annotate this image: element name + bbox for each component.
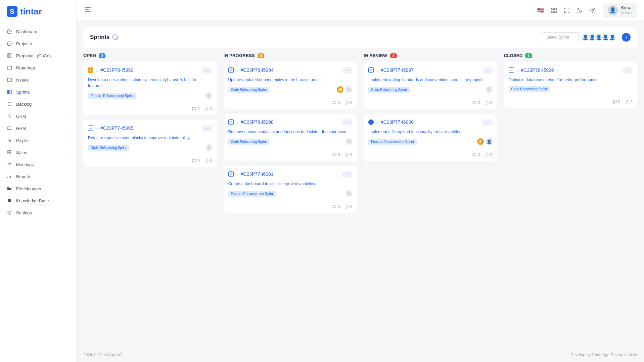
comments-count: 0	[332, 153, 340, 157]
info-icon[interactable]: i	[112, 35, 118, 40]
assignee-avatar[interactable]: 👤	[486, 138, 493, 145]
column-count-badge: 2	[390, 53, 397, 58]
svg-rect-20	[192, 107, 196, 110]
assignee-placeholder[interactable]: +	[486, 86, 493, 93]
svg-rect-21	[192, 159, 196, 162]
card-description: Optimize database queries for better per…	[509, 77, 633, 83]
svg-rect-24	[333, 205, 336, 208]
sidebar-item-reports[interactable]: Reports	[0, 170, 76, 183]
task-type-icon: ✓	[228, 67, 234, 73]
card-tag: Code Refactoring Sprint	[228, 139, 270, 145]
logo[interactable]: S tintar	[0, 0, 76, 23]
card-description: Refactor repetitive code blocks to impro…	[88, 135, 212, 141]
attachments-count: 0	[344, 153, 352, 157]
sprint-card[interactable]: ✓⌄#C23P78-I5998⋯Remove unused variables …	[224, 114, 357, 161]
sidebar-item-label: Issues	[16, 77, 29, 83]
chevron-right-icon: ›	[68, 151, 70, 154]
svg-rect-26	[473, 153, 476, 156]
attachments-count: 0	[625, 100, 633, 104]
card-menu-button[interactable]: ⋯	[623, 67, 633, 73]
sprint-card[interactable]: ✓⌄#C23P78-I5996⋯Optimize database querie…	[504, 62, 638, 108]
assignee-placeholder[interactable]: +	[346, 190, 352, 197]
settings-icon	[7, 210, 12, 215]
settings-icon[interactable]	[590, 7, 596, 13]
svg-point-10	[9, 140, 11, 142]
sidebar-item-proposals-coco-[interactable]: Proposals (CoCo)	[0, 50, 76, 62]
arrow-up-icon: ↑	[368, 119, 374, 125]
sprint-card[interactable]: ↑⌄#C23P77-I6000⋯Implement a file upload …	[364, 114, 497, 161]
comments-count: 0	[472, 101, 480, 105]
p-icon: P	[7, 41, 12, 46]
avatar: 👤	[608, 5, 618, 15]
sidebar-item-knowledge-base[interactable]: Knowledge Base	[0, 195, 76, 207]
card-menu-button[interactable]: ⋯	[202, 125, 212, 132]
svg-rect-22	[333, 101, 336, 104]
add-member-button[interactable]: +	[622, 33, 631, 42]
sidebar-item-projects[interactable]: PProjects	[0, 38, 76, 50]
svg-point-14	[9, 212, 10, 213]
attachments-count: 0	[485, 101, 493, 105]
sidebar-item-dashboard[interactable]: Dashboard	[0, 25, 76, 38]
sidebar-item-file-manager[interactable]: File Manager	[0, 183, 76, 195]
member-avatar[interactable]: 👤	[608, 33, 616, 42]
column-closed: CLOSED1✓⌄#C23P78-I5996⋯Optimize database…	[504, 53, 638, 218]
sidebar-item-issues[interactable]: Issues	[0, 74, 76, 86]
sidebar-item-meetings[interactable]: Meetings	[0, 158, 76, 170]
sidebar-item-roadmap[interactable]: Roadmap	[0, 62, 76, 74]
sidebar-item-settings[interactable]: Settings	[0, 207, 76, 219]
card-tag: Code Refactoring Sprint	[368, 87, 410, 93]
gauge-icon	[7, 29, 12, 34]
sprint-select[interactable]: Select Sprint	[542, 32, 579, 42]
assignee-placeholder[interactable]: +	[346, 138, 352, 145]
sidebar-item-hrm[interactable]: HRM›	[0, 122, 76, 134]
fullscreen-icon[interactable]	[564, 8, 569, 13]
card-description: Implement coding standards and conventio…	[368, 77, 493, 83]
chevron-down-icon: ⌄	[95, 68, 98, 72]
sidebar-item-sprints[interactable]: Sprints	[0, 86, 76, 98]
theme-toggle-icon[interactable]	[577, 8, 582, 13]
menu-toggle[interactable]	[83, 5, 93, 15]
user-name: Brown	[621, 5, 633, 11]
comments-count: 0	[472, 153, 480, 157]
card-menu-button[interactable]: ⋯	[482, 119, 493, 125]
sprint-card[interactable]: ✓⌄#C23P77-I5995⋯Refactor repetitive code…	[83, 120, 217, 167]
sidebar-item-label: Knowledge Base	[16, 198, 49, 203]
task-type-icon: ✓	[88, 125, 93, 131]
card-tag: Feature Enhancement Sprint	[228, 191, 277, 197]
svg-point-12	[8, 163, 9, 164]
files-icon	[7, 186, 12, 191]
assignee-placeholder[interactable]: +	[205, 92, 212, 99]
svg-point-19	[592, 9, 593, 11]
card-menu-button[interactable]: ⋯	[342, 67, 352, 73]
apps-icon[interactable]	[551, 8, 557, 13]
sprint-card[interactable]: ✓⌄#C23P77-I6001⋯Create a dashboard to vi…	[224, 166, 357, 213]
column-title: IN PROGRESS	[224, 53, 255, 58]
language-flag[interactable]: 🇺🇸	[537, 7, 544, 13]
column-count-badge: 3	[258, 53, 264, 58]
svg-rect-17	[552, 11, 553, 13]
assignee-placeholder[interactable]: +	[346, 86, 352, 93]
svg-rect-6	[10, 90, 11, 94]
sprint-card[interactable]: +⌄#C23P78-I5999⋯Develop a user authentic…	[83, 62, 217, 115]
svg-text:P: P	[8, 42, 10, 45]
sidebar-item-backlog[interactable]: Backlog	[0, 98, 76, 110]
sidebar-item-sales[interactable]: Sales›	[0, 146, 76, 158]
sidebar-item-crm[interactable]: CRM›	[0, 110, 76, 122]
sprint-card[interactable]: ✓⌄#C23P77-I5997⋯Implement coding standar…	[364, 62, 497, 109]
chevron-down-icon: ⌄	[236, 120, 239, 124]
sidebar-item-payroll[interactable]: Payroll›	[0, 134, 76, 146]
crm-icon	[7, 113, 12, 119]
card-menu-button[interactable]: ⋯	[482, 67, 493, 73]
svg-point-7	[9, 115, 10, 116]
card-count-badge: 5	[477, 138, 484, 145]
comments-count: 0	[332, 101, 340, 105]
user-menu[interactable]: 👤 Brown Admin	[603, 3, 637, 18]
card-menu-button[interactable]: ⋯	[342, 171, 352, 177]
chevron-right-icon: ›	[68, 126, 70, 130]
assignee-placeholder[interactable]: +	[205, 144, 212, 151]
sidebar-item-label: Reports	[16, 174, 32, 179]
nav: DashboardPProjectsProposals (CoCo)Roadma…	[0, 23, 76, 362]
card-menu-button[interactable]: ⋯	[342, 119, 352, 125]
card-menu-button[interactable]: ⋯	[202, 67, 212, 73]
sprint-card[interactable]: ✓⌄#C23P78-I5994⋯Update outdated dependen…	[224, 62, 357, 109]
